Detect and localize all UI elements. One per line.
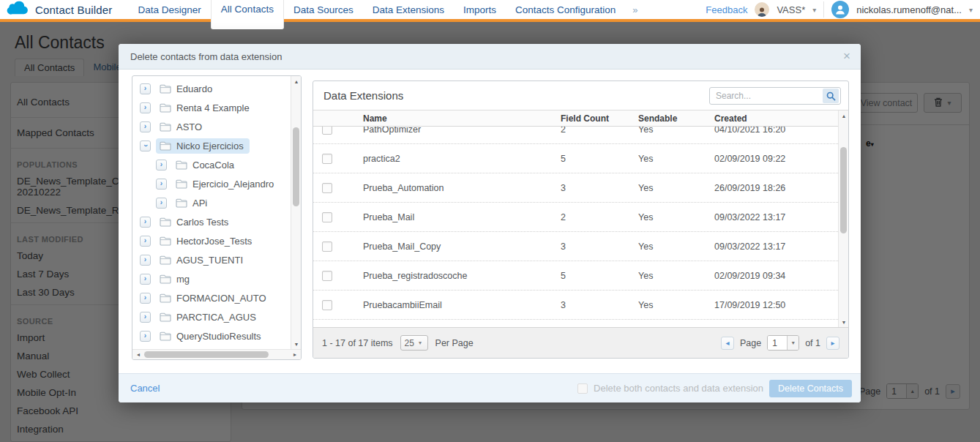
- row-checkbox[interactable]: [322, 127, 332, 135]
- tree-item-asto[interactable]: ›ASTO: [132, 117, 291, 136]
- scroll-down-icon[interactable]: ▼: [839, 317, 849, 327]
- delete-both-checkbox[interactable]: [577, 383, 588, 394]
- cell-field-count: 3: [561, 241, 566, 252]
- expand-icon[interactable]: ›: [140, 83, 151, 94]
- tree-item-eduardo[interactable]: ›Eduardo: [132, 79, 291, 98]
- tree-item-formacion-auto[interactable]: ›FORMACION_AUTO: [132, 288, 291, 307]
- expand-icon[interactable]: ›: [140, 331, 151, 342]
- row-checkbox[interactable]: [322, 183, 332, 193]
- delete-contacts-button[interactable]: Delete Contacts: [769, 380, 852, 397]
- row-checkbox[interactable]: [322, 154, 332, 164]
- feedback-link[interactable]: Feedback: [706, 4, 747, 15]
- expand-icon[interactable]: ›: [140, 255, 151, 266]
- folder-icon: [160, 293, 171, 303]
- prev-page-button[interactable]: ◂: [721, 337, 734, 350]
- app-brand[interactable]: Contact Builder: [0, 0, 123, 19]
- column-header-created[interactable]: Created: [714, 113, 747, 124]
- cell-name: PathOptimizer: [363, 127, 421, 135]
- nav-item-data-extensions[interactable]: Data Extensions: [363, 0, 454, 19]
- tree-item-parctica-agus[interactable]: ›PARCTICA_AGUS: [132, 307, 291, 326]
- tree-item-api[interactable]: ›APi: [132, 193, 291, 212]
- expand-icon[interactable]: ›: [140, 102, 151, 113]
- close-icon[interactable]: ×: [843, 49, 861, 64]
- tree-hscroll-thumb[interactable]: [144, 351, 269, 358]
- search-box: [709, 87, 841, 105]
- nav-item-label: Data Extensions: [373, 4, 444, 15]
- collapse-icon[interactable]: ›: [140, 141, 151, 151]
- column-header-name[interactable]: Name: [363, 113, 387, 124]
- row-checkbox[interactable]: [322, 300, 332, 310]
- tree-item-mg[interactable]: ›mg: [132, 269, 291, 288]
- nav-item-contacts-configuration[interactable]: Contacts Configuration: [506, 0, 625, 19]
- user-avatar-icon[interactable]: [831, 1, 849, 18]
- expand-icon[interactable]: ›: [140, 217, 151, 228]
- table-vertical-scrollbar[interactable]: ▲ ▼: [838, 110, 848, 327]
- tree-item-hectorjose-tests[interactable]: ›HectorJose_Tests: [132, 231, 291, 250]
- per-page-select[interactable]: 25 ▾: [400, 335, 428, 351]
- page-number-input[interactable]: [768, 336, 787, 350]
- scroll-left-icon[interactable]: ◂: [134, 350, 143, 359]
- cell-field-count: 2: [561, 212, 566, 222]
- chevron-icon: ›: [144, 85, 146, 92]
- cell-created: 09/03/2022 13:17: [714, 241, 785, 252]
- caret-down-icon[interactable]: ▾: [787, 336, 798, 350]
- user-menu[interactable]: nickolas.rumenoff@nat...: [856, 4, 962, 15]
- tree-item-label: APi: [192, 198, 207, 209]
- nav-item-all-contacts[interactable]: All Contacts: [211, 0, 284, 29]
- expand-icon[interactable]: ›: [156, 198, 167, 209]
- table-row: Prueba_Mail2Yes09/03/2022 13:17: [313, 203, 838, 232]
- column-header-sendable[interactable]: Sendable: [638, 113, 677, 124]
- search-icon[interactable]: [823, 89, 839, 103]
- scroll-right-icon[interactable]: ▸: [291, 350, 299, 359]
- scroll-up-icon[interactable]: ▲: [839, 110, 849, 121]
- column-header-field-count[interactable]: Field Count: [561, 113, 609, 124]
- tree-item-label: PARCTICA_AGUS: [176, 312, 256, 323]
- nav-item-data-designer[interactable]: Data Designer: [129, 0, 211, 19]
- tree-item-agus-tuenti[interactable]: ›AGUS_TUENTI: [132, 250, 291, 269]
- cell-created: 02/09/2019 09:22: [714, 154, 785, 164]
- row-checkbox[interactable]: [322, 212, 332, 222]
- tree-item-label: Renta 4 Example: [176, 102, 250, 113]
- tree-item-carlos-tests[interactable]: ›Carlos Tests: [132, 212, 291, 231]
- tree-item-nicko-ejercicios[interactable]: ›Nicko Ejercicios: [132, 136, 291, 155]
- expand-icon[interactable]: ›: [140, 121, 151, 132]
- modal-header: Delete contacts from data extension ×: [119, 44, 861, 70]
- expand-icon[interactable]: ›: [140, 236, 151, 247]
- tree-vertical-scrollbar[interactable]: ▲ ▼: [291, 76, 301, 349]
- page-number-stepper[interactable]: ▾: [767, 335, 799, 351]
- cell-field-count: 2: [561, 127, 566, 135]
- scroll-down-icon[interactable]: ▼: [291, 339, 302, 349]
- expand-icon[interactable]: ›: [156, 179, 167, 190]
- cell-sendable: Yes: [638, 212, 653, 222]
- app-title: Contact Builder: [35, 4, 113, 16]
- tree-item-renta-4-example[interactable]: ›Renta 4 Example: [132, 98, 291, 117]
- nav-item-data-sources[interactable]: Data Sources: [284, 0, 363, 19]
- tree-item-cocacola[interactable]: ›CocaCola: [132, 155, 291, 174]
- cell-sendable: Yes: [638, 183, 653, 193]
- scroll-up-icon[interactable]: ▲: [291, 76, 302, 86]
- chevron-icon: ›: [144, 104, 146, 111]
- tree-scroll-thumb[interactable]: [293, 127, 299, 206]
- cancel-button[interactable]: Cancel: [119, 383, 160, 394]
- tree-item-querystudioresults[interactable]: ›QueryStudioResults: [132, 326, 291, 345]
- expand-icon[interactable]: ›: [140, 312, 151, 323]
- tree-item-ejercicio-alejandro[interactable]: ›Ejercicio_Alejandro: [132, 174, 291, 193]
- table-scroll-thumb[interactable]: [840, 147, 847, 233]
- nav-overflow-chevron[interactable]: »: [625, 4, 645, 15]
- row-checkbox[interactable]: [322, 271, 332, 281]
- mascot-avatar[interactable]: [755, 2, 769, 17]
- expand-icon[interactable]: ›: [140, 274, 151, 285]
- table-row: Prueba_registradoscoche5Yes02/09/2019 09…: [313, 261, 838, 291]
- next-page-button[interactable]: ▸: [826, 337, 839, 350]
- nav-right: Feedback VASS* ▾ nickolas.rumenoff@nat..…: [706, 0, 980, 19]
- row-checkbox[interactable]: [322, 241, 332, 252]
- cell-name: Prueba_Automation: [363, 183, 444, 193]
- nav-item-imports[interactable]: Imports: [454, 0, 506, 19]
- expand-icon[interactable]: ›: [156, 160, 167, 171]
- cell-name: Prueba_registradoscoche: [363, 271, 467, 281]
- tree-horizontal-scrollbar[interactable]: ◂ ▸: [132, 349, 301, 359]
- table-rows-viewport: PathOptimizer2Yes04/10/2021 16:20practic…: [313, 127, 838, 327]
- business-unit-selector[interactable]: VASS*: [777, 4, 805, 15]
- search-input[interactable]: [710, 91, 823, 101]
- expand-icon[interactable]: ›: [140, 293, 151, 304]
